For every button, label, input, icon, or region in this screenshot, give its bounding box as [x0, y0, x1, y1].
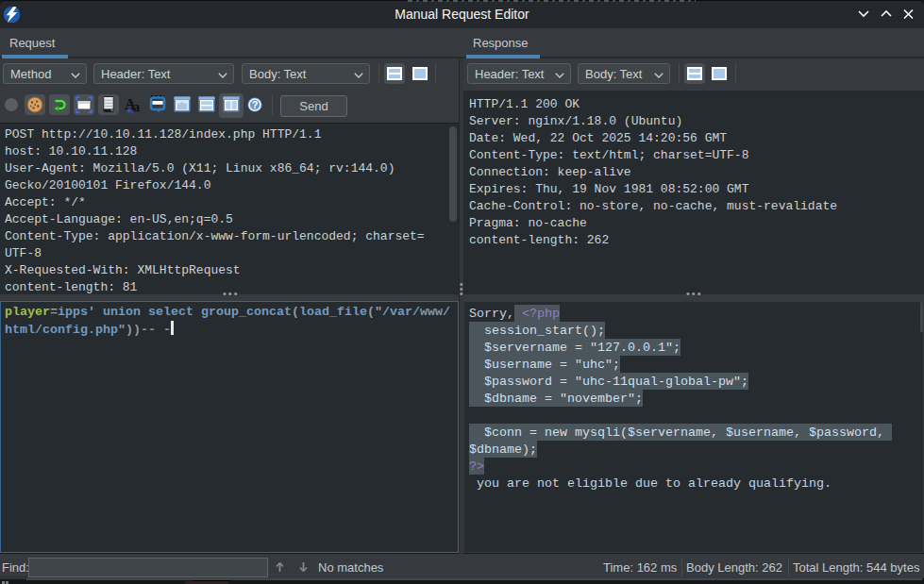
svg-text:?: ?: [252, 99, 259, 110]
